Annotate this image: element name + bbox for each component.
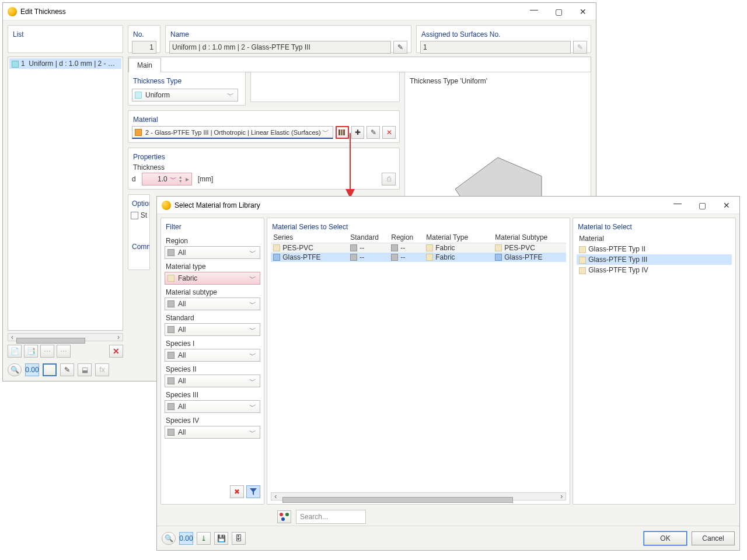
list-hscroll[interactable]: ‹ › (8, 333, 123, 341)
col-material: Material (577, 233, 732, 244)
options-label: Option (132, 200, 147, 208)
series-hscroll[interactable]: ‹› (271, 492, 566, 501)
view-button-2[interactable]: ✎ (60, 363, 74, 376)
list-label: List (13, 30, 119, 38)
thickness-tool-button[interactable]: ⎙ (382, 173, 396, 186)
view-button-1[interactable] (43, 363, 57, 376)
close-button[interactable]: ✕ (718, 201, 735, 210)
name-input[interactable]: Uniform | d : 1.0 mm | 2 - Glass-PTFE Ty… (169, 41, 391, 54)
thickness-value-input[interactable]: 1.0 ﹀ ▲▼ ▸ (142, 173, 192, 186)
apply-filter-button[interactable] (246, 485, 260, 498)
pick-surface-button[interactable]: ✎ (573, 41, 587, 54)
material-item[interactable]: Glass-PTFE Typ II (577, 244, 732, 254)
material-delete-button[interactable]: ✕ (382, 126, 396, 139)
cancel-button[interactable]: Cancel (692, 531, 735, 545)
materialsubtype-dropdown[interactable]: All﹀ (165, 298, 260, 310)
app-icon (162, 201, 171, 210)
no-input[interactable]: 1 (132, 41, 156, 54)
list-item[interactable]: 1 Uniform | d : 1.0 mm | 2 - Glass-PTFE … (9, 58, 121, 69)
name-label: Name (170, 30, 407, 38)
material-new-button[interactable]: ✚ (351, 126, 365, 139)
save-library-button[interactable]: 💾 (214, 532, 228, 545)
material-label: Material (133, 116, 396, 124)
help-button[interactable]: 🔍 (162, 532, 176, 545)
tab-main[interactable]: Main (128, 58, 161, 72)
import-button[interactable]: ⤓ (197, 532, 211, 545)
option-checkbox[interactable] (131, 212, 138, 219)
series-row[interactable]: Glass-PTFE -- -- Fabric Glass-PTFE (271, 253, 566, 262)
col-mtype[interactable]: Material Type (426, 233, 495, 242)
ok-button[interactable]: OK (644, 531, 687, 545)
material-library-button[interactable] (336, 126, 349, 139)
region-label: Region (166, 237, 260, 245)
material-dropdown[interactable]: 2 - Glass-PTFE Typ III | Orthotropic | L… (132, 126, 333, 139)
assigned-label: Assigned to Surfaces No. (421, 30, 587, 38)
species2-label: Species II (166, 365, 260, 373)
thickness-type-label: Thickness Type (133, 77, 242, 85)
standard-label: Standard (166, 314, 260, 322)
thickness-symbol: d (132, 175, 136, 183)
copy-item-button[interactable]: 📑 (24, 345, 38, 358)
app-icon (8, 7, 17, 16)
material-edit-button[interactable]: ✎ (366, 126, 380, 139)
materialtype-dropdown[interactable]: Fabric﹀ (165, 272, 260, 285)
tool-button-1[interactable]: ⋯ (40, 345, 54, 358)
search-input[interactable]: Search... (296, 510, 366, 524)
species3-dropdown[interactable]: All﹀ (165, 400, 260, 413)
col-standard[interactable]: Standard (350, 233, 391, 242)
units-button[interactable]: 0.00 (25, 363, 39, 376)
help-button[interactable]: 🔍 (8, 363, 22, 376)
maximize-button[interactable]: ▢ (550, 7, 567, 16)
new-item-button[interactable]: 📄 (8, 345, 22, 358)
material-item[interactable]: Glass-PTFE Typ III (577, 254, 732, 265)
svg-rect-2 (343, 130, 345, 135)
species2-dropdown[interactable]: All﹀ (165, 374, 260, 387)
minimize-button[interactable]: — (669, 198, 686, 208)
species4-dropdown[interactable]: All﹀ (165, 426, 260, 439)
thickness-unit: [mm] (198, 175, 214, 183)
tool-button-2[interactable]: ⋯ (57, 345, 71, 358)
col-region[interactable]: Region (391, 233, 426, 242)
properties-label: Properties (133, 153, 396, 161)
species3-label: Species III (166, 391, 260, 399)
database-button[interactable]: 🗄 (232, 532, 246, 545)
filter-label: Filter (166, 223, 260, 231)
series-label: Material Series to Select (272, 223, 566, 231)
preview-title: Thickness Type 'Uniform' (410, 77, 587, 85)
series-row[interactable]: PES-PVC -- -- Fabric PES-PVC (271, 243, 566, 253)
window-title: Edit Thickness (20, 8, 526, 16)
chevron-down-icon: ﹀ (226, 90, 235, 100)
species4-label: Species IV (166, 416, 260, 425)
material-select-label: Material to Select (578, 223, 732, 231)
clear-filter-button[interactable]: ✖ (230, 485, 244, 498)
maximize-button[interactable]: ▢ (694, 201, 710, 210)
delete-item-button[interactable]: ✕ (109, 345, 123, 358)
standard-dropdown[interactable]: All﹀ (165, 323, 260, 336)
col-series[interactable]: Series (273, 233, 350, 242)
material-item[interactable]: Glass-PTFE Typ IV (577, 265, 732, 275)
view-button-4[interactable]: fx (95, 363, 109, 376)
svg-rect-0 (338, 130, 340, 135)
minimize-button[interactable]: — (526, 5, 542, 14)
units-button[interactable]: 0.00 (179, 532, 193, 545)
comments-label: Comm (132, 243, 147, 251)
search-color-button[interactable] (277, 510, 291, 523)
window-title: Select Material from Library (174, 201, 669, 209)
region-dropdown[interactable]: All﹀ (165, 246, 260, 259)
close-button[interactable]: ✕ (575, 7, 591, 16)
thickness-type-dropdown[interactable]: Uniform ﹀ (132, 89, 238, 102)
svg-rect-1 (341, 130, 343, 135)
materialtype-label: Material type (166, 262, 260, 271)
view-button-3[interactable]: ⬓ (78, 363, 92, 376)
no-label: No. (133, 30, 156, 38)
chevron-down-icon: ﹀ (321, 127, 330, 137)
materialsubtype-label: Material subtype (166, 288, 260, 296)
assigned-input[interactable]: 1 (420, 41, 571, 54)
species1-label: Species I (166, 340, 260, 348)
option-label: St (141, 211, 147, 219)
species1-dropdown[interactable]: All﹀ (165, 349, 260, 362)
rename-button[interactable]: ✎ (393, 41, 407, 54)
col-msubtype[interactable]: Material Subtype (495, 233, 564, 242)
thickness-label: Thickness (133, 163, 396, 172)
